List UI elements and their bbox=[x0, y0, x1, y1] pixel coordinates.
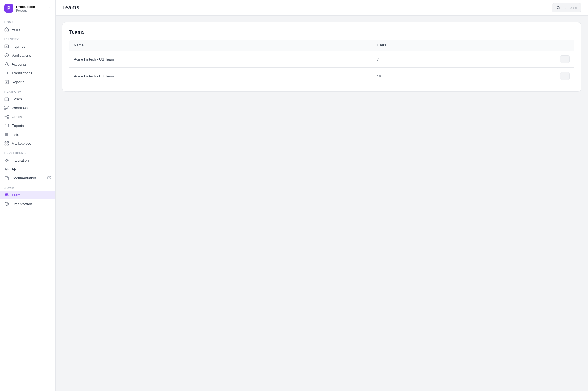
svg-rect-5 bbox=[5, 106, 6, 107]
verifications-icon bbox=[4, 53, 9, 57]
sidebar: P Production Persona ⌃ HOME Home IDENTIT… bbox=[0, 0, 56, 391]
team-name-cell: Acme Fintech - EU Team bbox=[69, 68, 372, 85]
sidebar-item-marketplace[interactable]: Marketplace bbox=[0, 139, 55, 148]
integration-icon bbox=[4, 158, 9, 162]
sidebar-item-api-label: API bbox=[12, 167, 17, 171]
team-users-cell: 7 bbox=[372, 51, 524, 68]
col-header-name: Name bbox=[69, 40, 372, 51]
content-area: Teams Name Users Acme Fintech - US Team … bbox=[56, 16, 588, 391]
graph-icon bbox=[4, 114, 9, 119]
svg-point-19 bbox=[5, 194, 7, 195]
main-content: Teams Create team Teams Name Users Acme … bbox=[56, 0, 588, 391]
sidebar-item-documentation[interactable]: Documentation bbox=[0, 174, 55, 182]
external-link-icon bbox=[47, 176, 51, 180]
section-home: HOME bbox=[0, 17, 55, 25]
page-title: Teams bbox=[62, 4, 79, 11]
sidebar-item-inquiries-label: Inquiries bbox=[12, 44, 25, 49]
svg-point-20 bbox=[7, 194, 8, 195]
sidebar-item-lists-label: Lists bbox=[12, 132, 19, 137]
exports-icon bbox=[4, 123, 9, 128]
sidebar-item-transactions-label: Transactions bbox=[12, 71, 32, 75]
accounts-icon bbox=[4, 62, 9, 66]
sidebar-item-workflows-label: Workflows bbox=[12, 106, 28, 110]
sidebar-item-cases-label: Cases bbox=[12, 97, 22, 101]
sidebar-item-integration-label: Integration bbox=[12, 158, 29, 162]
inquiries-icon bbox=[4, 44, 9, 49]
svg-point-9 bbox=[8, 115, 9, 116]
svg-point-2 bbox=[6, 62, 7, 64]
section-identity: IDENTITY bbox=[0, 34, 55, 42]
section-developers: DEVELOPERS bbox=[0, 148, 55, 156]
home-icon bbox=[4, 27, 9, 32]
chevron-icon: ⌃ bbox=[48, 6, 51, 10]
svg-rect-4 bbox=[5, 98, 9, 101]
api-icon bbox=[4, 167, 9, 171]
sidebar-item-transactions[interactable]: Transactions bbox=[0, 69, 55, 77]
svg-rect-7 bbox=[5, 108, 6, 110]
svg-point-12 bbox=[5, 124, 8, 125]
section-admin: ADMIN bbox=[0, 182, 55, 191]
documentation-icon bbox=[4, 176, 9, 180]
more-actions-button[interactable]: ··· bbox=[560, 55, 570, 63]
workflows-icon bbox=[4, 106, 9, 110]
table-row: Acme Fintech - US Team 7 ··· bbox=[69, 51, 574, 68]
teams-card: Teams Name Users Acme Fintech - US Team … bbox=[62, 22, 581, 92]
sidebar-item-organization-label: Organization bbox=[12, 202, 32, 206]
svg-rect-14 bbox=[5, 142, 6, 143]
sidebar-item-api[interactable]: API bbox=[0, 165, 55, 174]
svg-point-8 bbox=[5, 116, 6, 117]
logo-title: Production bbox=[16, 5, 45, 9]
sidebar-item-organization[interactable]: Organization bbox=[0, 199, 55, 208]
logo-area[interactable]: P Production Persona ⌃ bbox=[0, 0, 55, 17]
sidebar-item-graph[interactable]: Graph bbox=[0, 112, 55, 121]
team-actions-cell: ··· bbox=[524, 51, 574, 68]
teams-table: Name Users Acme Fintech - US Team 7 ··· … bbox=[69, 39, 574, 85]
sidebar-item-verifications[interactable]: Verifications bbox=[0, 51, 55, 60]
organization-icon bbox=[4, 202, 9, 206]
sidebar-item-team[interactable]: Team bbox=[0, 191, 55, 199]
sidebar-item-home-label: Home bbox=[12, 27, 21, 32]
sidebar-item-team-label: Team bbox=[12, 193, 21, 197]
svg-rect-17 bbox=[7, 144, 9, 145]
col-header-users: Users bbox=[372, 40, 524, 51]
team-icon bbox=[4, 193, 9, 197]
team-actions-cell: ··· bbox=[524, 68, 574, 85]
lists-icon bbox=[4, 132, 9, 137]
sidebar-item-accounts-label: Accounts bbox=[12, 62, 26, 66]
sidebar-item-exports[interactable]: Exports bbox=[0, 121, 55, 130]
sidebar-item-reports[interactable]: Reports bbox=[0, 77, 55, 86]
svg-rect-0 bbox=[5, 45, 9, 48]
more-actions-button[interactable]: ··· bbox=[560, 72, 570, 80]
logo-subtitle: Persona bbox=[16, 9, 45, 12]
cases-icon bbox=[4, 97, 9, 101]
sidebar-item-graph-label: Graph bbox=[12, 115, 22, 119]
create-team-button[interactable]: Create team bbox=[552, 3, 581, 12]
sidebar-item-documentation-label: Documentation bbox=[12, 176, 36, 180]
sidebar-item-marketplace-label: Marketplace bbox=[12, 141, 31, 146]
marketplace-icon bbox=[4, 141, 9, 146]
team-users-cell: 18 bbox=[372, 68, 524, 85]
sidebar-item-accounts[interactable]: Accounts bbox=[0, 60, 55, 69]
team-name-cell: Acme Fintech - US Team bbox=[69, 51, 372, 68]
sidebar-item-inquiries[interactable]: Inquiries bbox=[0, 42, 55, 51]
teams-card-title: Teams bbox=[69, 29, 574, 35]
svg-rect-16 bbox=[5, 144, 6, 145]
sidebar-item-verifications-label: Verifications bbox=[12, 53, 31, 57]
svg-rect-15 bbox=[7, 142, 9, 143]
col-header-actions bbox=[524, 40, 574, 51]
table-row: Acme Fintech - EU Team 18 ··· bbox=[69, 68, 574, 85]
section-platform: PLATFORM bbox=[0, 86, 55, 94]
topbar: Teams Create team bbox=[56, 0, 588, 16]
reports-icon bbox=[4, 80, 9, 84]
sidebar-item-home[interactable]: Home bbox=[0, 25, 55, 34]
sidebar-item-cases[interactable]: Cases bbox=[0, 94, 55, 103]
svg-point-11 bbox=[6, 116, 7, 117]
svg-point-10 bbox=[8, 118, 9, 119]
sidebar-item-integration[interactable]: Integration bbox=[0, 156, 55, 165]
sidebar-item-reports-label: Reports bbox=[12, 80, 24, 84]
sidebar-item-workflows[interactable]: Workflows bbox=[0, 103, 55, 112]
sidebar-item-lists[interactable]: Lists bbox=[0, 130, 55, 139]
logo-icon: P bbox=[4, 4, 13, 13]
logo-text: Production Persona bbox=[16, 5, 45, 12]
svg-rect-6 bbox=[7, 106, 9, 107]
